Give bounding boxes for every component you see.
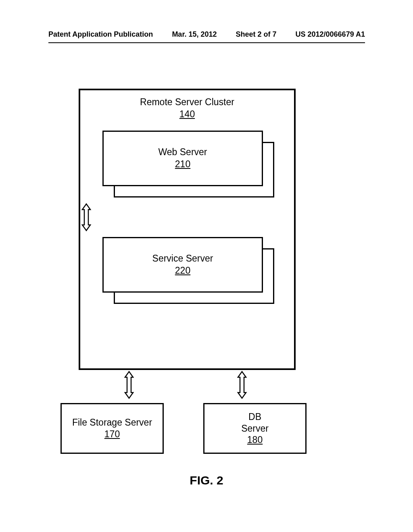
figure-caption: FIG. 2 xyxy=(0,474,413,487)
bidirectional-arrow-icon xyxy=(80,203,92,231)
web-server-front-card: Web Server 210 xyxy=(102,131,263,186)
file-storage-ref: 170 xyxy=(104,429,120,439)
page: Patent Application Publication Mar. 15, … xyxy=(0,0,413,532)
web-server-ref: 210 xyxy=(175,159,190,169)
cluster-title: Remote Server Cluster 140 xyxy=(80,96,294,121)
db-server-label-line1: DB xyxy=(248,411,261,422)
remote-server-cluster-box: Remote Server Cluster 140 Web Server 210 xyxy=(79,89,296,370)
figure-area: Remote Server Cluster 140 Web Server 210 xyxy=(73,89,347,370)
file-storage-server-box: File Storage Server 170 xyxy=(60,403,164,454)
page-header: Patent Application Publication Mar. 15, … xyxy=(48,30,365,39)
cluster-title-text: Remote Server Cluster xyxy=(140,97,234,107)
service-server-front-card: Service Server 220 xyxy=(102,237,263,293)
db-server-box: DB Server 180 xyxy=(203,403,307,454)
file-storage-label: File Storage Server xyxy=(72,417,152,428)
db-server-ref: 180 xyxy=(247,434,263,445)
bidirectional-arrow-icon xyxy=(236,371,248,399)
web-server-label: Web Server xyxy=(158,147,207,157)
bottom-boxes-row: File Storage Server 170 DB Server 180 xyxy=(60,403,307,454)
service-server-stack: Service Server 220 xyxy=(102,237,272,301)
publication-date: Mar. 15, 2012 xyxy=(172,30,217,39)
header-rule xyxy=(48,42,365,43)
cluster-ref: 140 xyxy=(179,109,195,119)
bottom-arrow-row xyxy=(73,371,298,399)
publication-type: Patent Application Publication xyxy=(48,30,153,39)
service-server-label: Service Server xyxy=(152,253,213,264)
sheet-number: Sheet 2 of 7 xyxy=(236,30,276,39)
service-server-ref: 220 xyxy=(175,265,190,276)
db-server-label-line2: Server xyxy=(241,423,269,434)
web-server-stack: Web Server 210 xyxy=(102,131,272,195)
bidirectional-arrow-icon xyxy=(123,371,135,399)
publication-number: US 2012/0066679 A1 xyxy=(296,30,365,39)
